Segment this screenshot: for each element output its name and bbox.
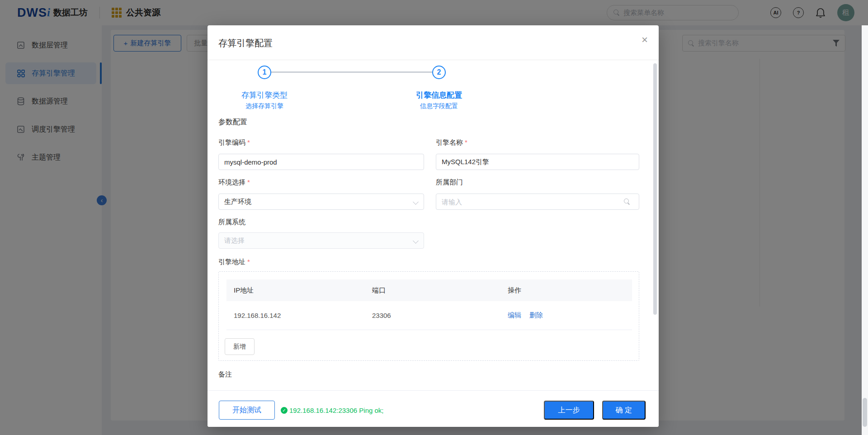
- system-label: 所属系统: [218, 218, 245, 227]
- page-scrollbar[interactable]: [862, 25, 868, 435]
- required-asterisk: *: [247, 138, 250, 146]
- port-column-header: 端口: [372, 286, 508, 295]
- delete-address-link[interactable]: 删除: [529, 311, 543, 320]
- engine-code-label: 引擎编码*: [218, 138, 250, 147]
- chevron-down-icon: [413, 238, 419, 244]
- edit-address-link[interactable]: 编辑: [508, 311, 521, 320]
- step-2-title: 引擎信息配置: [416, 90, 462, 100]
- section-title: 参数配置: [218, 118, 247, 127]
- start-test-button[interactable]: 开始测试: [219, 401, 275, 420]
- required-asterisk: *: [247, 258, 250, 265]
- engine-code-field[interactable]: [218, 154, 424, 170]
- address-table: IP地址 端口 操作 192.168.16.142 23306 编辑删除: [226, 279, 632, 330]
- ops-column-header: 操作: [508, 286, 521, 295]
- engine-address-label: 引擎地址*: [218, 258, 250, 266]
- engine-name-field[interactable]: [436, 154, 639, 170]
- previous-step-button[interactable]: 上一步: [544, 401, 594, 420]
- search-icon: [624, 199, 630, 205]
- system-select[interactable]: 请选择: [218, 232, 424, 249]
- environment-select[interactable]: 生产环境: [218, 194, 424, 210]
- ping-status: ✓ 192.168.16.142:23306 Ping ok;: [281, 401, 384, 420]
- dialog-title: 存算引擎配置: [218, 37, 273, 49]
- ip-value: 192.168.16.142: [226, 312, 372, 319]
- address-row: 192.168.16.142 23306 编辑删除: [226, 301, 632, 330]
- address-table-header: IP地址 端口 操作: [226, 279, 632, 301]
- step-1-subtitle: 选择存算引擎: [245, 102, 283, 110]
- step-1-title: 存算引擎类型: [241, 90, 288, 100]
- add-address-button[interactable]: 新增: [225, 338, 255, 355]
- dialog-scrollbar-thumb[interactable]: [653, 63, 657, 315]
- scrollbar-thumb[interactable]: [863, 398, 867, 427]
- ping-status-text: 192.168.16.142:23306 Ping ok;: [289, 407, 384, 414]
- dialog-header-divider: [208, 60, 659, 60]
- department-label: 所属部门: [436, 178, 463, 187]
- port-value: 23306: [372, 312, 508, 319]
- engine-address-box: IP地址 端口 操作 192.168.16.142 23306 编辑删除: [218, 271, 639, 361]
- check-circle-icon: ✓: [281, 407, 288, 414]
- step-connector: [271, 71, 432, 73]
- step-2-subtitle: 信息字段配置: [420, 102, 458, 110]
- step-2-circle: 2: [432, 66, 446, 79]
- step-1-circle: 1: [258, 66, 271, 79]
- dialog-footer: 开始测试 ✓ 192.168.16.142:23306 Ping ok; 上一步…: [208, 390, 659, 427]
- engine-config-dialog: 存算引擎配置 × 1 2 存算引擎类型 选择存算引擎 引擎信息配置 信息字段配置…: [208, 25, 659, 427]
- close-icon[interactable]: ×: [642, 34, 648, 45]
- chevron-down-icon: [413, 199, 419, 205]
- confirm-button[interactable]: 确 定: [602, 401, 646, 420]
- required-asterisk: *: [465, 138, 467, 146]
- required-asterisk: *: [247, 178, 250, 186]
- ip-column-header: IP地址: [226, 286, 372, 295]
- engine-name-label: 引擎名称*: [436, 138, 467, 147]
- department-field[interactable]: [436, 194, 639, 210]
- remark-label: 备注: [218, 370, 232, 379]
- environment-label: 环境选择*: [218, 178, 250, 187]
